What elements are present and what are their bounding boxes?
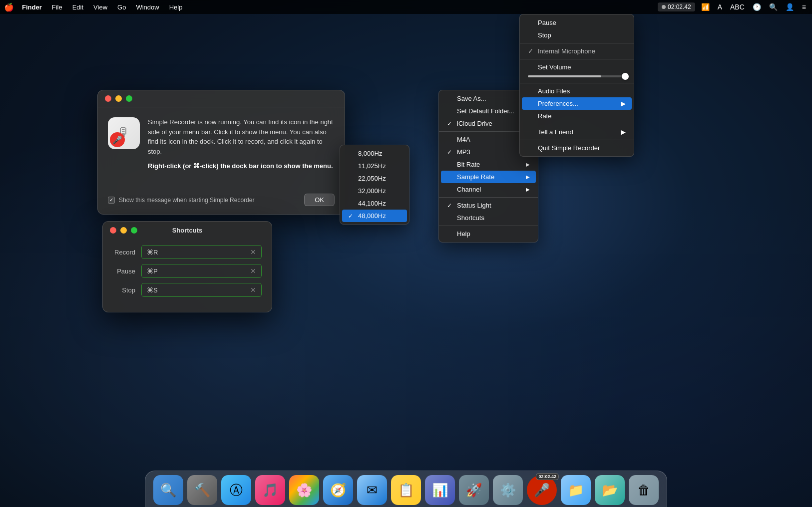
prefs-sep-4 bbox=[520, 124, 634, 124]
prefs-pause[interactable]: Pause bbox=[520, 16, 634, 29]
dock-downloads[interactable]: 📂 bbox=[595, 475, 625, 505]
prefs-sep-3 bbox=[520, 83, 634, 83]
prefs-stop[interactable]: Stop bbox=[520, 29, 634, 41]
sr-44100[interactable]: 44,100Hz bbox=[340, 197, 409, 210]
keyboard-icon[interactable]: ABC bbox=[728, 2, 747, 12]
search-icon[interactable]: 🔍 bbox=[767, 2, 780, 12]
menubar-edit[interactable]: Edit bbox=[68, 2, 87, 12]
preferences-dropdown: Pause Stop ✓ Internal Microphone Set Vol… bbox=[519, 14, 634, 157]
dock-applications[interactable]: 📁 bbox=[561, 475, 591, 505]
dock-xcode[interactable]: 🔨 bbox=[187, 475, 217, 505]
ctx-help[interactable]: Help bbox=[439, 228, 538, 240]
prefs-tell-friend[interactable]: Tell a Friend ▶ bbox=[520, 126, 634, 138]
menubar-finder[interactable]: Finder bbox=[18, 2, 46, 12]
ctx-bit-rate[interactable]: Bit Rate ▶ bbox=[439, 158, 538, 171]
dialog-maximize-button[interactable] bbox=[126, 95, 132, 102]
prefs-set-volume[interactable]: Set Volume bbox=[520, 61, 634, 73]
prefs-audio-files[interactable]: Audio Files bbox=[520, 85, 634, 97]
shortcuts-minimize[interactable] bbox=[120, 227, 127, 234]
volume-thumb[interactable] bbox=[622, 73, 629, 80]
apple-menu[interactable]: 🍎 bbox=[4, 2, 14, 12]
ctx-sample-rate[interactable]: Sample Rate ▶ bbox=[441, 171, 536, 183]
shortcut-record-key[interactable]: ⌘R ✕ bbox=[141, 245, 262, 259]
dock-simple-recorder[interactable]: 🎤 02:02.42 bbox=[527, 475, 557, 505]
shortcuts-maximize[interactable] bbox=[131, 227, 137, 234]
menubar-help[interactable]: Help bbox=[165, 2, 187, 12]
sample-rate-submenu: 8,000Hz 11,025Hz 22,050Hz 32,000Hz 44,10… bbox=[340, 145, 409, 225]
dock-stickies[interactable]: 📋 bbox=[391, 475, 421, 505]
menubar-window[interactable]: Window bbox=[132, 2, 163, 12]
prefs-tell-friend-arrow: ▶ bbox=[621, 128, 626, 136]
dock-mail[interactable]: ✉ bbox=[357, 475, 387, 505]
sr-11025[interactable]: 11,025Hz bbox=[340, 160, 409, 172]
dock-trash[interactable]: 🗑 bbox=[629, 475, 659, 505]
prefs-sep-2 bbox=[520, 59, 634, 59]
shortcut-record-label: Record bbox=[113, 249, 135, 256]
dialog-instruction: Right-click (or ⌘-click) the dock bar ic… bbox=[148, 162, 335, 170]
volume-slider-container[interactable] bbox=[520, 73, 634, 81]
dialog-text-area: Simple Recorder is now running. You can … bbox=[148, 117, 335, 178]
dialog-checkbox[interactable]: ✓ bbox=[108, 197, 115, 204]
sr-48000[interactable]: ✓ 48,000Hz bbox=[342, 210, 407, 222]
dock-keynote[interactable]: 📊 bbox=[425, 475, 455, 505]
volume-track[interactable] bbox=[528, 75, 626, 77]
prefs-preferences[interactable]: Preferences... ▶ bbox=[522, 97, 632, 110]
dock: 🔍 🔨 Ⓐ 🎵 🌸 🧭 ✉ 📋 📊 🚀 ⚙️ 🎤 02:02.42 📁 📂 🗑 bbox=[145, 471, 667, 507]
dialog-footer: ✓ Show this message when starting Simple… bbox=[98, 188, 345, 214]
dock-music[interactable]: 🎵 bbox=[255, 475, 285, 505]
menubar-file[interactable]: File bbox=[48, 2, 66, 12]
ctx-sep-3 bbox=[439, 226, 538, 226]
menubar-view[interactable]: View bbox=[89, 2, 111, 12]
wifi-icon[interactable]: 📶 bbox=[699, 2, 712, 12]
dialog-description: Simple Recorder is now running. You can … bbox=[148, 117, 335, 156]
prefs-rate[interactable]: Rate bbox=[520, 110, 634, 122]
dialog-ok-button[interactable]: OK bbox=[304, 194, 335, 206]
menubar-timer[interactable]: 02:02.42 bbox=[658, 2, 695, 11]
dock-finder[interactable]: 🔍 bbox=[153, 475, 183, 505]
shortcuts-traffic-lights bbox=[110, 227, 137, 234]
control-center-icon[interactable]: ≡ bbox=[800, 2, 808, 12]
dock-recorder-badge: 02:02.42 bbox=[536, 473, 559, 480]
dock-appstore[interactable]: Ⓐ bbox=[221, 475, 251, 505]
ctx-channel-arrow: ▶ bbox=[526, 187, 530, 192]
shortcut-record-clear[interactable]: ✕ bbox=[250, 248, 256, 256]
ctx-shortcuts[interactable]: Shortcuts bbox=[439, 212, 538, 224]
sr-32000[interactable]: 32,000Hz bbox=[340, 185, 409, 197]
ctx-sep-2 bbox=[439, 197, 538, 198]
shortcut-pause-clear[interactable]: ✕ bbox=[250, 267, 256, 275]
dock-system-prefs[interactable]: ⚙️ bbox=[493, 475, 523, 505]
sr-22050[interactable]: 22,050Hz bbox=[340, 172, 409, 185]
shortcut-pause-key[interactable]: ⌘P ✕ bbox=[141, 264, 262, 278]
shortcut-stop-key[interactable]: ⌘S ✕ bbox=[141, 283, 262, 297]
input-icon[interactable]: A bbox=[716, 2, 724, 12]
prefs-quit[interactable]: Quit Simple Recorder bbox=[520, 142, 634, 154]
dock-photos[interactable]: 🌸 bbox=[289, 475, 319, 505]
ctx-channel[interactable]: Channel ▶ bbox=[439, 183, 538, 196]
ctx-status-light[interactable]: ✓ Status Light bbox=[439, 199, 538, 212]
dialog-close-button[interactable] bbox=[105, 95, 111, 102]
sr-8000[interactable]: 8,000Hz bbox=[340, 147, 409, 160]
menubar-go[interactable]: Go bbox=[113, 2, 130, 12]
dialog-app-icon: 🎙 🎤 bbox=[108, 117, 140, 149]
user-icon[interactable]: 👤 bbox=[784, 2, 796, 12]
volume-fill bbox=[528, 75, 601, 77]
dock-launchpad[interactable]: 🚀 bbox=[459, 475, 489, 505]
dialog-minimize-button[interactable] bbox=[115, 95, 122, 102]
shortcut-stop-clear[interactable]: ✕ bbox=[250, 286, 256, 294]
dialog-mic-badge: 🎤 bbox=[110, 132, 125, 147]
timer-value: 02:02.42 bbox=[668, 3, 691, 10]
shortcut-stop-label: Stop bbox=[113, 286, 135, 294]
shortcuts-titlebar: Shortcuts bbox=[103, 222, 272, 239]
shortcuts-window: Shortcuts Record ⌘R ✕ Pause ⌘P ✕ Stop ⌘S… bbox=[102, 221, 272, 312]
shortcut-row-record: Record ⌘R ✕ bbox=[113, 245, 262, 259]
dock-safari[interactable]: 🧭 bbox=[323, 475, 353, 505]
clock-icon[interactable]: 🕐 bbox=[751, 2, 763, 12]
dialog-checkbox-label: Show this message when starting Simple R… bbox=[119, 197, 300, 204]
prefs-sep-1 bbox=[520, 43, 634, 43]
prefs-microphone[interactable]: ✓ Internal Microphone bbox=[520, 45, 634, 57]
shortcuts-close[interactable] bbox=[110, 227, 116, 234]
shortcuts-content: Record ⌘R ✕ Pause ⌘P ✕ Stop ⌘S ✕ bbox=[103, 239, 272, 312]
dialog-titlebar bbox=[98, 90, 345, 107]
simple-recorder-dialog: 🎙 🎤 Simple Recorder is now running. You … bbox=[97, 90, 345, 215]
shortcut-pause-label: Pause bbox=[113, 267, 135, 275]
